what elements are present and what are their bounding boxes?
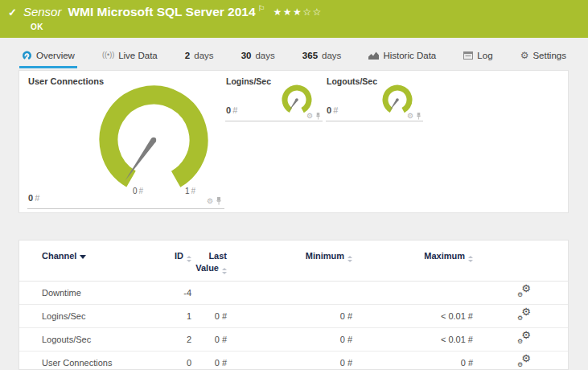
gauge-current-value: 0#: [28, 193, 39, 203]
gauges-panel: User Connections 0# 1# 0# ⚙ Logins/Sec: [19, 70, 569, 213]
cell-maximum: 0 #: [352, 358, 473, 368]
gauge-title: Logouts/Sec: [327, 76, 377, 86]
pin-icon[interactable]: [416, 113, 421, 120]
cell-id: 0: [154, 358, 191, 368]
column-header-id[interactable]: ID: [154, 250, 191, 262]
cell-channel: Downtime: [42, 288, 154, 298]
tab-bar: Overview ((•)) Live Data 2 days 30 days …: [0, 44, 588, 68]
gauge-cell-logins: Logins/Sec 0# ⚙: [225, 76, 323, 121]
cell-id: -4: [154, 288, 191, 298]
gauge-needle: [125, 138, 156, 181]
log-list-icon: [463, 51, 473, 60]
tab-label: Log: [477, 51, 492, 60]
tab-365-days[interactable]: 365 days: [300, 44, 343, 68]
column-header-channel[interactable]: Channel: [42, 250, 154, 262]
column-header-minimum[interactable]: Minimum: [227, 250, 352, 262]
user-connections-gauge: [93, 80, 214, 200]
flag-icon[interactable]: ⚐: [258, 4, 265, 13]
tab-settings[interactable]: ⚙ Settings: [518, 44, 569, 68]
column-header-last-value[interactable]: Last Value: [191, 250, 227, 274]
priority-stars[interactable]: ★★★☆☆: [273, 6, 323, 18]
cell-minimum: 0 #: [227, 335, 352, 344]
pin-icon[interactable]: [216, 197, 222, 205]
gauge-current-value: 0#: [226, 105, 237, 115]
channel-table-panel: Channel ID Last Value Minimum Maximum Do…: [19, 240, 569, 370]
gear-icon: ⚙: [520, 51, 529, 60]
tab-2-days[interactable]: 2 days: [183, 44, 216, 68]
channel-settings-icon[interactable]: ⚙⚙: [517, 309, 531, 321]
tab-label: days: [194, 51, 213, 60]
gauge-settings-gear-icon[interactable]: ⚙: [306, 113, 313, 120]
column-header-maximum[interactable]: Maximum: [352, 250, 473, 262]
tab-label: Overview: [36, 51, 75, 60]
tab-overview[interactable]: Overview: [19, 44, 77, 68]
cell-id: 2: [154, 335, 191, 344]
gauge-scale-min: 0#: [133, 187, 143, 195]
table-header-row: Channel ID Last Value Minimum Maximum: [19, 240, 568, 282]
sensor-title-row: ✓ Sensor WMI Microsoft SQL Server 2014 ⚐…: [8, 5, 323, 19]
cell-channel: User Connections: [42, 358, 154, 368]
tab-historic-data[interactable]: Historic Data: [366, 44, 438, 68]
sensor-title: WMI Microsoft SQL Server 2014: [68, 5, 255, 19]
cell-minimum: 0 #: [227, 358, 352, 368]
sensor-status-band: ✓ Sensor WMI Microsoft SQL Server 2014 ⚐…: [0, 0, 588, 38]
tab-label: Live Data: [118, 51, 158, 60]
tab-live-data[interactable]: ((•)) Live Data: [100, 44, 160, 68]
status-check-icon: ✓: [8, 6, 17, 18]
tab-number: 2: [185, 51, 190, 60]
gauge-settings-gear-icon[interactable]: ⚙: [207, 198, 213, 205]
pin-icon[interactable]: [315, 113, 321, 120]
table-row-downtime: Downtime -4 ⚙⚙: [19, 282, 568, 305]
sort-desc-icon: [80, 255, 86, 259]
tab-label: Historic Data: [383, 51, 436, 60]
cell-last-value: 0 #: [191, 311, 227, 321]
sensor-status-text: OK: [31, 23, 43, 31]
object-kind-label: Sensor: [23, 5, 62, 18]
cell-channel: Logouts/Sec: [42, 335, 154, 344]
gauge-settings-gear-icon[interactable]: ⚙: [407, 113, 413, 120]
tab-label: Settings: [532, 51, 566, 60]
cell-id: 1: [154, 311, 191, 321]
table-row-logins-sec: Logins/Sec 1 0 # 0 # < 0.01 # ⚙⚙: [19, 305, 568, 328]
sort-icon: [468, 256, 473, 262]
channel-settings-icon[interactable]: ⚙⚙: [517, 356, 531, 368]
tab-number: 30: [241, 51, 252, 60]
cell-last-value: 0 #: [191, 358, 227, 368]
tab-number: 365: [302, 51, 318, 60]
table-row-user-connections: User Connections 0 0 # 0 # 0 # ⚙⚙: [19, 352, 568, 370]
tab-label: days: [255, 51, 274, 60]
tab-log[interactable]: Log: [461, 44, 495, 68]
channel-settings-icon[interactable]: ⚙⚙: [517, 332, 531, 344]
gauge-cell-logouts: Logouts/Sec 0# ⚙: [326, 76, 423, 121]
gauge-actions: ⚙: [207, 197, 222, 205]
gauge-actions: ⚙: [407, 113, 421, 120]
channel-settings-icon[interactable]: ⚙⚙: [517, 286, 531, 298]
gauge-current-value: 0#: [327, 105, 338, 115]
cell-minimum: 0 #: [227, 311, 352, 321]
gauge-title: Logins/Sec: [226, 76, 271, 86]
gauge-cell-user-connections: User Connections 0# 1# 0# ⚙: [27, 76, 224, 209]
prtg-sensor-page: { "colors": { "brand_green": "#a9bf2e", …: [0, 0, 588, 370]
cell-maximum: < 0.01 #: [352, 335, 473, 344]
cell-maximum: < 0.01 #: [352, 311, 473, 321]
sort-icon: [222, 268, 227, 274]
tab-30-days[interactable]: 30 days: [239, 44, 278, 68]
cell-channel: Logins/Sec: [42, 311, 154, 321]
table-row-logouts-sec: Logouts/Sec 2 0 # 0 # < 0.01 # ⚙⚙: [19, 328, 568, 352]
cell-last-value: 0 #: [191, 335, 227, 344]
gauge-actions: ⚙: [306, 113, 321, 120]
broadcast-icon: ((•)): [102, 51, 114, 59]
gauge-scale-max: 1#: [185, 187, 195, 195]
tab-label: days: [322, 51, 341, 60]
area-chart-icon: [368, 51, 379, 60]
gauge-icon: [22, 51, 32, 60]
